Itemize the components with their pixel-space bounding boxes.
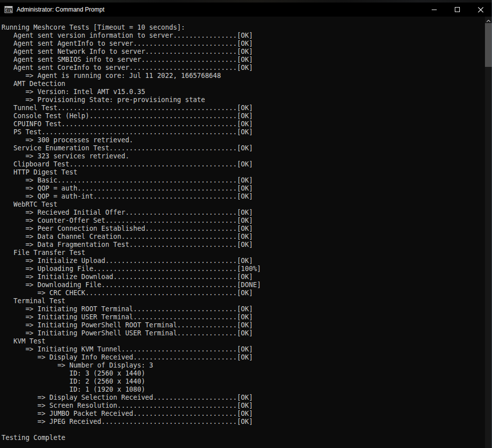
minimize-icon — [432, 10, 437, 10]
close-button[interactable] — [469, 3, 492, 17]
maximize-icon — [455, 7, 460, 12]
window-title: Administrator: Command Prompt — [17, 6, 105, 13]
chevron-up-icon — [486, 20, 490, 22]
console-output: Running Meshcore Tests [Timeout = 10 sec… — [2, 24, 485, 442]
close-icon — [478, 7, 483, 13]
scrollbar-thumb[interactable] — [485, 23, 492, 67]
command-prompt-window: C:\ Administrator: Command Prompt Runnin… — [0, 0, 492, 448]
terminal-viewport[interactable]: Running Meshcore Tests [Timeout = 10 sec… — [0, 17, 485, 448]
maximize-button[interactable] — [446, 3, 469, 17]
titlebar[interactable]: C:\ Administrator: Command Prompt — [0, 3, 492, 17]
vertical-scrollbar[interactable] — [485, 17, 492, 448]
minimize-button[interactable] — [423, 3, 446, 17]
cmd-prompt-icon[interactable]: C:\ — [5, 6, 13, 14]
svg-text:C:\: C:\ — [6, 9, 12, 13]
